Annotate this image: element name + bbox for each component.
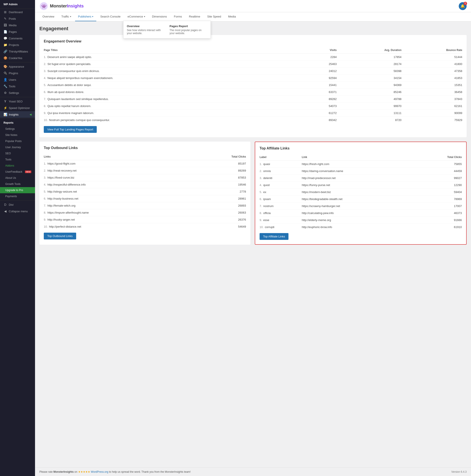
affiliate-col-link: Link <box>302 154 420 161</box>
settings-icon: ⚙ <box>3 91 7 95</box>
tab-ecommerce[interactable]: eCommerce ▾ <box>125 12 148 21</box>
row-title: 2.Sit fugiat error quidem perspiciatis. <box>44 61 307 68</box>
posts-icon: ✎ <box>3 17 7 20</box>
speed-icon: ⚡ <box>3 106 7 110</box>
sidebar-item-plugins[interactable]: 🔌 Plugins <box>0 70 35 76</box>
row-clicks: 17007 <box>420 203 462 210</box>
affiliate-table: Label Link Total Clicks 1.quasi https://… <box>260 154 462 230</box>
tab-media[interactable]: Media <box>225 12 239 21</box>
affiliate-table-row: 8.officia http://calculating-pew.info 46… <box>260 210 462 217</box>
content-area: Engagement Engagement Overview Page Titl… <box>35 21 471 467</box>
sidebar-item-media[interactable]: 🖼 Media <box>0 22 35 28</box>
sidebar-item-divi[interactable]: D Divi <box>0 201 35 208</box>
publishers-chevron: ▾ <box>92 15 93 18</box>
row-label: 5.ex <box>260 189 302 196</box>
row-bounce: 36458 <box>401 89 462 96</box>
bell-button[interactable]: 🔔 0 <box>459 2 467 10</box>
sidebar-item-about-us[interactable]: About Us <box>0 175 35 181</box>
row-clicks: 78969 <box>420 196 462 203</box>
tab-dimensions[interactable]: Dimensions <box>149 12 170 21</box>
tab-search-console[interactable]: Search Console <box>97 12 124 21</box>
row-avg: 34154 <box>336 75 401 82</box>
row-link: 7.http://female-witch.org <box>44 202 197 209</box>
appearance-icon: 🎨 <box>3 65 7 68</box>
tab-forms[interactable]: Forms <box>171 12 185 21</box>
row-avg: 49788 <box>336 96 401 103</box>
dropdown-overview-desc: See how visitors interact with your webs… <box>127 29 164 35</box>
traffic-chevron: ▾ <box>70 15 71 18</box>
comments-icon: 💬 <box>3 36 7 40</box>
row-title: 5.Accusantium debitis at dolor sequi. <box>44 82 307 89</box>
tab-overview[interactable]: Overview <box>39 12 57 21</box>
outbound-col-links: Links <box>44 153 197 160</box>
row-clicks: 59404 <box>420 189 462 196</box>
sidebar-item-collapse[interactable]: ◀ Collapse menu <box>0 208 35 215</box>
sidebar-item-insights[interactable]: 📊 Insights ◀ <box>0 111 35 118</box>
sidebar-item-posts[interactable]: ✎ Posts <box>0 15 35 22</box>
engagement-table-row: 1.Deserunt animi saepe aliquid optio. 22… <box>44 54 462 61</box>
sidebar-item-users[interactable]: 👤 Users <box>0 76 35 83</box>
sidebar-item-comments[interactable]: 💬 Comments <box>0 35 35 42</box>
sidebar-item-site-notes[interactable]: Site Notes <box>0 132 35 138</box>
row-link: https://modern-beet.biz <box>302 189 420 196</box>
media-icon: 🖼 <box>3 23 7 27</box>
tab-realtime[interactable]: Realtime <box>186 12 203 21</box>
sidebar-item-payments[interactable]: Payments <box>0 193 35 199</box>
col-avg-duration: Avg. Duration <box>336 47 401 54</box>
sidebar-item-settings-sub[interactable]: Settings <box>0 126 35 132</box>
outbound-table-row: 8.https://impure-afterthought.name 26063 <box>44 209 246 216</box>
sidebar-item-pages[interactable]: 📄 Pages <box>0 28 35 35</box>
row-avg: 28174 <box>336 61 401 68</box>
sidebar-item-projects[interactable]: 📁 Projects <box>0 42 35 48</box>
engagement-table-row: 7.Quisquam laudantium sed similique repe… <box>44 96 462 103</box>
two-col-section: Top Outbound Links Links Total Clicks 1.… <box>39 142 467 245</box>
sidebar-item-tools[interactable]: 🔧 Tools <box>0 83 35 89</box>
topbar: 👾 MonsterInsights 🔔 0 <box>35 0 471 12</box>
sidebar-item-userfeedback[interactable]: UserFeedback NEW <box>0 169 35 175</box>
svg-text:👾: 👾 <box>41 3 47 9</box>
sidebar-item-upgrade[interactable]: Upgrade to Pro <box>0 187 35 193</box>
sidebar-item-growth-tools[interactable]: Growth Tools <box>0 181 35 187</box>
row-visits: 2284 <box>307 54 336 61</box>
footer-stars: ★★★★★ <box>78 470 90 473</box>
row-link: 3.https://fixed-curve.biz <box>44 174 197 181</box>
row-visits: 89342 <box>307 117 336 124</box>
view-full-report-button[interactable]: View Full Top Landing Pages Report <box>44 126 97 133</box>
row-label: 8.officia <box>260 210 302 217</box>
dropdown-pages-title: Pages Report <box>170 24 207 28</box>
col-visits: Visits <box>307 47 336 54</box>
row-clicks: 44459 <box>420 168 462 175</box>
engagement-table-row: 10.Nostrum perspiciatis cumque quo conse… <box>44 117 462 124</box>
tab-traffic[interactable]: Traffic ▾ <box>58 12 74 21</box>
sidebar-item-thirsty[interactable]: 🔗 ThirstyAffiliates <box>0 48 35 55</box>
sidebar-item-yoast[interactable]: Y Yoast SEO <box>0 98 35 105</box>
sidebar-item-popular-posts[interactable]: Popular Posts <box>0 138 35 144</box>
sidebar-item-appearance[interactable]: 🎨 Appearance <box>0 63 35 70</box>
row-title: 4.Neque aliquid temporibus numquam exerc… <box>44 75 307 82</box>
sidebar-item-addons[interactable]: Addons <box>0 163 35 169</box>
row-link: 1.https://good-flight.com <box>44 160 197 167</box>
row-title: 9.Qui ipsa inventore magnam laborum. <box>44 110 307 117</box>
sidebar-item-seo[interactable]: SEO <box>0 150 35 156</box>
row-link: http://mad-predecessor.net <box>302 175 420 182</box>
affiliate-table-row: 3.deleniti http://mad-predecessor.net 99… <box>260 175 462 182</box>
sidebar-item-tools-sub[interactable]: Tools <box>0 156 35 163</box>
tab-site-speed[interactable]: Site Speed <box>204 12 224 21</box>
tab-publishers[interactable]: Publishers ▾ Overview See how visitors i… <box>75 12 97 21</box>
row-clicks: 2778 <box>197 188 246 195</box>
sidebar-item-speed[interactable]: ⚡ Speed Optimizer <box>0 105 35 111</box>
sidebar-item-settings[interactable]: ⚙ Settings <box>0 89 35 96</box>
top-affiliate-button[interactable]: Top Affiliate Links <box>260 233 288 240</box>
topbar-right: 🔔 0 <box>459 2 467 10</box>
sidebar-item-reports[interactable]: Reports <box>0 120 35 126</box>
sidebar-item-dashboard[interactable]: ⊞ Dashboard <box>0 9 35 15</box>
footer: Please rate MonsterInsights on ★★★★★ Wor… <box>35 467 471 476</box>
row-bounce: 47358 <box>401 68 462 75</box>
footer-wp-link[interactable]: WordPress.org <box>91 470 108 473</box>
row-clicks: 46373 <box>420 210 462 217</box>
row-link: https://funny-purse.net <box>302 182 420 189</box>
sidebar-item-cookieyes[interactable]: 🍪 CookieYes <box>0 55 35 61</box>
top-outbound-button[interactable]: Top Outbound Links <box>44 233 76 239</box>
row-link: 6.http://nasty-business.net <box>44 195 197 202</box>
sidebar-item-user-journey[interactable]: User Journey <box>0 144 35 150</box>
